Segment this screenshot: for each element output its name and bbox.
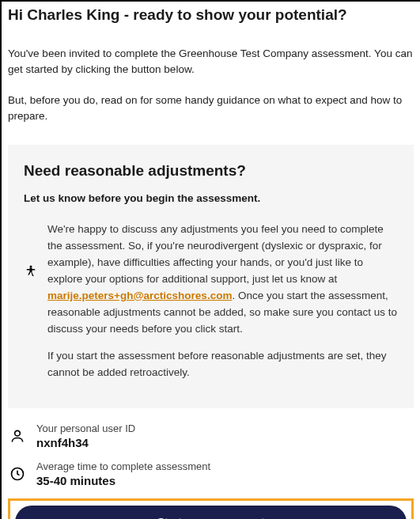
- page-title: Hi Charles King - ready to show your pot…: [8, 6, 414, 24]
- user-id-value: nxnf4h34: [36, 436, 135, 449]
- avg-time-row: Average time to complete assessment 35-4…: [9, 460, 414, 487]
- start-assessment-button[interactable]: Start my assessment: [15, 506, 407, 519]
- start-button-highlight: Start my assessment: [8, 498, 414, 519]
- avg-time-value: 35-40 minutes: [36, 474, 210, 487]
- adjustments-text: We're happy to discuss any adjustments y…: [47, 222, 398, 392]
- svg-point-1: [15, 431, 21, 437]
- user-id-label: Your personal user ID: [36, 422, 135, 434]
- intro-paragraph-1: You've been invited to complete the Gree…: [8, 46, 414, 78]
- adjustments-heading: Need reasonable adjustments?: [24, 162, 398, 180]
- adjustments-para1-before: We're happy to discuss any adjustments y…: [47, 223, 384, 285]
- avg-time-label: Average time to complete assessment: [36, 460, 210, 472]
- person-icon: [9, 428, 25, 444]
- adjustments-para2: If you start the assessment before reaso…: [47, 348, 398, 381]
- adjustments-subheading: Let us know before you begin the assessm…: [24, 192, 398, 204]
- intro-paragraph-2: But, before you do, read on for some han…: [8, 93, 414, 125]
- reasonable-adjustments-panel: Need reasonable adjustments? Let us know…: [8, 145, 414, 408]
- user-id-row: Your personal user ID nxnf4h34: [9, 422, 414, 449]
- contact-email-link[interactable]: marije.peters+gh@arcticshores.com: [47, 290, 232, 301]
- svg-point-0: [30, 266, 32, 268]
- accessibility-icon: [24, 264, 38, 281]
- clock-icon: [9, 466, 25, 482]
